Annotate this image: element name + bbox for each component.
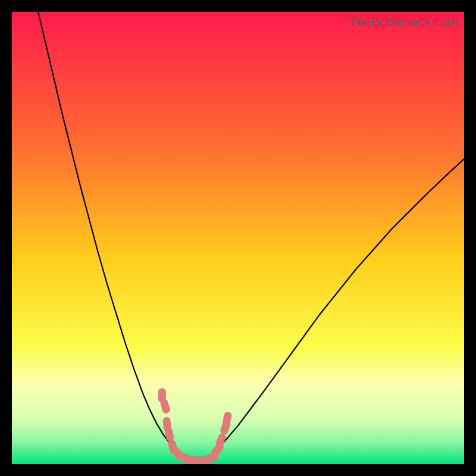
watermark-text: TheBottleneck.com	[349, 14, 458, 30]
chart-svg	[12, 12, 464, 464]
chart-frame: TheBottleneck.com	[12, 12, 464, 464]
gradient-background	[12, 12, 464, 464]
plot-area	[12, 12, 464, 464]
